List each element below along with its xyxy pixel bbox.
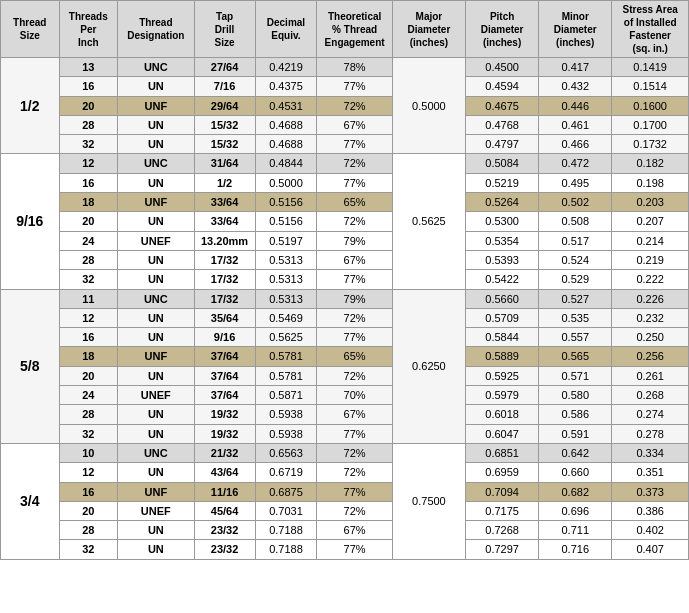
stress-area-cell: 0.1600 (612, 96, 689, 115)
tpi-cell: 20 (59, 501, 118, 520)
tpi-cell: 16 (59, 482, 118, 501)
pitch-diameter-cell: 0.6851 (466, 443, 539, 462)
thread-size-label: 1/2 (1, 58, 60, 154)
designation-cell: UNEF (118, 386, 195, 405)
tpi-cell: 20 (59, 366, 118, 385)
minor-diameter-cell: 0.517 (539, 231, 612, 250)
percent-cell: 67% (317, 115, 392, 134)
stress-area-cell: 0.232 (612, 308, 689, 327)
designation-cell: UN (118, 328, 195, 347)
decimal-cell: 0.4688 (255, 115, 317, 134)
table-row: 32UN19/320.593877%0.60470.5910.278 (1, 424, 689, 443)
stress-area-cell: 0.351 (612, 463, 689, 482)
pitch-diameter-cell: 0.7268 (466, 521, 539, 540)
table-row: 16UN7/160.437577%0.45940.4320.1514 (1, 77, 689, 96)
stress-area-cell: 0.182 (612, 154, 689, 173)
thread-table: Thread Size Threads Per Inch Thread Desi… (0, 0, 689, 560)
percent-cell: 67% (317, 521, 392, 540)
percent-cell: 72% (317, 154, 392, 173)
stress-area-cell: 0.1514 (612, 77, 689, 96)
decimal-cell: 0.6719 (255, 463, 317, 482)
stress-area-cell: 0.261 (612, 366, 689, 385)
decimal-cell: 0.4375 (255, 77, 317, 96)
designation-cell: UN (118, 212, 195, 231)
decimal-cell: 0.5781 (255, 366, 317, 385)
designation-cell: UN (118, 463, 195, 482)
designation-cell: UN (118, 250, 195, 269)
percent-cell: 70% (317, 386, 392, 405)
designation-cell: UN (118, 270, 195, 289)
tpi-cell: 32 (59, 270, 118, 289)
table-row: 20UNF29/640.453172%0.46750.4460.1600 (1, 96, 689, 115)
designation-cell: UN (118, 135, 195, 154)
percent-cell: 77% (317, 424, 392, 443)
stress-area-cell: 0.256 (612, 347, 689, 366)
percent-cell: 72% (317, 443, 392, 462)
table-row: 24UNEF13.20mm0.519779%0.53540.5170.214 (1, 231, 689, 250)
minor-diameter-cell: 0.591 (539, 424, 612, 443)
table-row: 16UN1/20.500077%0.52190.4950.198 (1, 173, 689, 192)
tap-drill-cell: 13.20mm (194, 231, 255, 250)
tap-drill-cell: 45/64 (194, 501, 255, 520)
thread-size-label: 3/4 (1, 443, 60, 559)
minor-diameter-cell: 0.696 (539, 501, 612, 520)
stress-area-cell: 0.222 (612, 270, 689, 289)
designation-cell: UNC (118, 154, 195, 173)
minor-diameter-cell: 0.432 (539, 77, 612, 96)
decimal-cell: 0.5000 (255, 173, 317, 192)
header-theoretical: Theoretical % Thread Engagement (317, 1, 392, 58)
designation-cell: UNF (118, 482, 195, 501)
tpi-cell: 12 (59, 154, 118, 173)
designation-cell: UN (118, 521, 195, 540)
header-thread-size: Thread Size (1, 1, 60, 58)
thread-size-label: 9/16 (1, 154, 60, 289)
pitch-diameter-cell: 0.5889 (466, 347, 539, 366)
tap-drill-cell: 23/32 (194, 521, 255, 540)
percent-cell: 65% (317, 347, 392, 366)
minor-diameter-cell: 0.565 (539, 347, 612, 366)
percent-cell: 77% (317, 173, 392, 192)
header-tap: Tap Drill Size (194, 1, 255, 58)
stress-area-cell: 0.268 (612, 386, 689, 405)
minor-diameter-cell: 0.508 (539, 212, 612, 231)
stress-area-cell: 0.1700 (612, 115, 689, 134)
table-row: 18UNF33/640.515665%0.52640.5020.203 (1, 193, 689, 212)
stress-area-cell: 0.198 (612, 173, 689, 192)
stress-area-cell: 0.402 (612, 521, 689, 540)
minor-diameter-cell: 0.716 (539, 540, 612, 559)
percent-cell: 72% (317, 463, 392, 482)
tap-drill-cell: 43/64 (194, 463, 255, 482)
tpi-cell: 28 (59, 405, 118, 424)
decimal-cell: 0.5156 (255, 212, 317, 231)
minor-diameter-cell: 0.524 (539, 250, 612, 269)
designation-cell: UN (118, 405, 195, 424)
percent-cell: 78% (317, 58, 392, 77)
percent-cell: 79% (317, 231, 392, 250)
designation-cell: UNF (118, 347, 195, 366)
table-row: 28UN23/320.718867%0.72680.7110.402 (1, 521, 689, 540)
tpi-cell: 18 (59, 347, 118, 366)
table-row: 32UN23/320.718877%0.72970.7160.407 (1, 540, 689, 559)
header-decimal: Decimal Equiv. (255, 1, 317, 58)
pitch-diameter-cell: 0.4675 (466, 96, 539, 115)
decimal-cell: 0.4531 (255, 96, 317, 115)
pitch-diameter-cell: 0.7094 (466, 482, 539, 501)
percent-cell: 72% (317, 212, 392, 231)
tpi-cell: 11 (59, 289, 118, 308)
table-row: 16UN9/160.562577%0.58440.5570.250 (1, 328, 689, 347)
table-row: 3/410UNC21/320.656372%0.75000.68510.6420… (1, 443, 689, 462)
tap-drill-cell: 19/32 (194, 424, 255, 443)
designation-cell: UNC (118, 443, 195, 462)
decimal-cell: 0.6563 (255, 443, 317, 462)
minor-diameter-cell: 0.417 (539, 58, 612, 77)
pitch-diameter-cell: 0.5084 (466, 154, 539, 173)
designation-cell: UN (118, 540, 195, 559)
designation-cell: UN (118, 308, 195, 327)
minor-diameter-cell: 0.529 (539, 270, 612, 289)
tpi-cell: 28 (59, 521, 118, 540)
stress-area-cell: 0.373 (612, 482, 689, 501)
table-row: 16UNF11/160.687577%0.70940.6820.373 (1, 482, 689, 501)
stress-area-cell: 0.219 (612, 250, 689, 269)
decimal-cell: 0.7188 (255, 521, 317, 540)
stress-area-cell: 0.278 (612, 424, 689, 443)
